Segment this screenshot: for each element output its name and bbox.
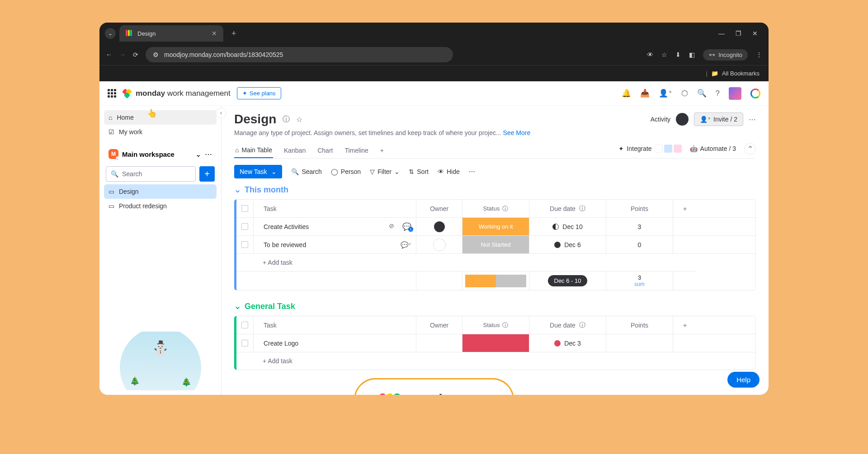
col-owner[interactable]: Owner — [416, 200, 462, 217]
tab-dropdown[interactable]: ⌄ — [105, 28, 116, 39]
status-cell[interactable]: Not Started — [462, 236, 529, 253]
sidebar-search-input[interactable]: 🔍 Search — [106, 166, 196, 182]
tab-chart[interactable]: Chart — [316, 143, 334, 158]
search-icon[interactable]: 🔍 — [697, 89, 707, 98]
incognito-badge[interactable]: 👓 Incognito — [703, 49, 748, 61]
person-filter-button[interactable]: ◯ Person — [331, 168, 361, 175]
back-icon[interactable]: ← — [106, 51, 112, 58]
filter-button[interactable]: ▽ Filter ⌄ — [370, 168, 400, 175]
workspace-header[interactable]: M Main workspace ⌄ ⋯ — [104, 145, 217, 164]
status-cell[interactable] — [462, 334, 529, 352]
table-row[interactable]: Create Logo Dec 3 — [236, 334, 755, 352]
owner-cell[interactable] — [416, 236, 462, 253]
user-avatar[interactable] — [729, 87, 741, 100]
activity-label[interactable]: Activity — [651, 116, 670, 123]
help-button[interactable]: Help — [727, 372, 760, 388]
tab-timeline[interactable]: Timeline — [344, 143, 369, 158]
close-window-icon[interactable]: ✕ — [752, 30, 758, 37]
points-cell[interactable]: 0 — [606, 236, 673, 253]
url-input[interactable]: ⚙ moodjoy.monday.com/boards/1830420525 — [146, 47, 453, 62]
apps-menu-icon[interactable] — [108, 89, 117, 98]
see-plans-button[interactable]: ✦ See plans — [237, 87, 281, 99]
site-settings-icon[interactable]: ⚙ — [153, 51, 159, 58]
info-icon[interactable]: ⓘ — [283, 115, 290, 124]
points-cell[interactable]: 3 — [606, 218, 673, 235]
group-header[interactable]: ⌄ This month — [234, 185, 756, 195]
sort-button[interactable]: ⇅ Sort — [409, 168, 429, 175]
products-switcher-icon[interactable] — [750, 89, 760, 98]
new-tab-button[interactable]: + — [227, 29, 241, 38]
new-task-button[interactable]: New Task ⌄ — [234, 165, 282, 178]
col-owner[interactable]: Owner — [416, 316, 462, 334]
sidebar-nav-mywork[interactable]: ☑ My work — [104, 125, 217, 139]
monday-logo[interactable]: monday work management — [123, 89, 231, 98]
task-name-cell[interactable]: Create Activities ⊘💬1 — [254, 218, 416, 235]
add-task-row[interactable]: + Add task — [236, 352, 755, 370]
sidebar-board-design[interactable]: ▭ Design — [104, 184, 217, 199]
select-all-checkbox[interactable] — [241, 322, 248, 328]
col-points[interactable]: Points — [606, 316, 673, 334]
due-cell[interactable]: Dec 3 — [529, 334, 606, 352]
owner-cell[interactable] — [416, 218, 462, 235]
due-cell[interactable]: Dec 10 — [529, 218, 606, 235]
add-task-row[interactable]: + Add task — [236, 254, 755, 271]
invite-button[interactable]: 👤⁺ Invite / 2 — [694, 112, 743, 126]
expand-icon[interactable]: ⊘ — [389, 222, 394, 231]
due-cell[interactable]: Dec 6 — [529, 236, 606, 253]
col-points[interactable]: Points — [606, 200, 673, 217]
task-name-cell[interactable]: Create Logo — [254, 334, 416, 352]
help-icon[interactable]: ? — [716, 89, 720, 98]
table-row[interactable]: Create Activities ⊘💬1 Working on it Dec … — [236, 218, 755, 236]
add-column-button[interactable]: + — [673, 316, 697, 334]
minimize-icon[interactable]: — — [718, 30, 725, 37]
chevron-down-icon[interactable]: ⌄ — [195, 150, 201, 159]
all-bookmarks-link[interactable]: All Bookmarks — [722, 70, 760, 77]
search-button[interactable]: 🔍 Search — [291, 168, 321, 175]
apps-icon[interactable]: ⬡ — [681, 89, 688, 98]
board-menu-icon[interactable]: ⋯ — [749, 115, 756, 124]
row-checkbox[interactable] — [241, 241, 248, 248]
collapse-header-button[interactable]: ⌃ — [744, 143, 756, 154]
forward-icon[interactable]: → — [119, 51, 126, 58]
status-cell[interactable]: Working on it — [462, 218, 529, 235]
inbox-icon[interactable]: 📥 — [640, 89, 650, 98]
favorite-star-icon[interactable]: ☆ — [296, 115, 302, 124]
eye-off-icon[interactable]: 👁 — [647, 51, 653, 58]
integrate-button[interactable]: ✦ Integrate — [618, 145, 681, 153]
col-task[interactable]: Task — [254, 200, 416, 217]
row-checkbox[interactable] — [241, 340, 248, 346]
toolbar-more-icon[interactable]: ⋯ — [469, 168, 475, 175]
select-all-checkbox[interactable] — [241, 205, 248, 212]
row-checkbox[interactable] — [241, 223, 248, 230]
tab-kanban[interactable]: Kanban — [283, 143, 307, 158]
invite-icon[interactable]: 👤⁺ — [659, 89, 672, 98]
bell-icon[interactable]: 🔔 — [622, 89, 631, 98]
sidebar-board-product[interactable]: ▭ Product redesign — [104, 199, 217, 213]
tab-close-icon[interactable]: ✕ — [212, 30, 217, 37]
add-view-button[interactable]: + — [379, 143, 385, 158]
see-more-link[interactable]: See More — [503, 129, 531, 136]
browser-menu-icon[interactable]: ⋮ — [756, 51, 762, 58]
side-panel-icon[interactable]: ◧ — [689, 51, 695, 58]
browser-tab[interactable]: Design ✕ — [119, 25, 223, 42]
task-name-cell[interactable]: To be reviewed 💬⁺ — [254, 236, 416, 253]
activity-avatar[interactable] — [676, 113, 689, 126]
board-title[interactable]: Design — [234, 112, 276, 126]
tab-main-table[interactable]: ⌂ Main Table — [234, 143, 273, 158]
hide-button[interactable]: 👁 Hide — [438, 168, 460, 175]
table-row[interactable]: To be reviewed 💬⁺ Not Started Dec 6 0 — [236, 236, 755, 254]
col-due[interactable]: Due date ⓘ — [529, 316, 606, 334]
sidebar-nav-home[interactable]: ⌂ Home 👆 — [104, 110, 217, 125]
automate-button[interactable]: 🤖 Automate / 3 — [690, 145, 736, 152]
workspace-menu-icon[interactable]: ⋯ — [205, 150, 212, 159]
col-status[interactable]: Status ⓘ — [462, 316, 529, 334]
col-status[interactable]: Status ⓘ — [462, 200, 529, 217]
add-board-button[interactable]: + — [199, 166, 215, 182]
download-icon[interactable]: ⬇ — [675, 51, 681, 58]
reload-icon[interactable]: ⟳ — [133, 51, 138, 58]
col-due[interactable]: Due date ⓘ — [529, 200, 606, 217]
add-column-button[interactable]: + — [673, 200, 697, 217]
bookmark-star-icon[interactable]: ☆ — [661, 51, 667, 58]
conversation-icon[interactable]: 💬1 — [402, 222, 411, 231]
col-task[interactable]: Task — [254, 316, 416, 334]
